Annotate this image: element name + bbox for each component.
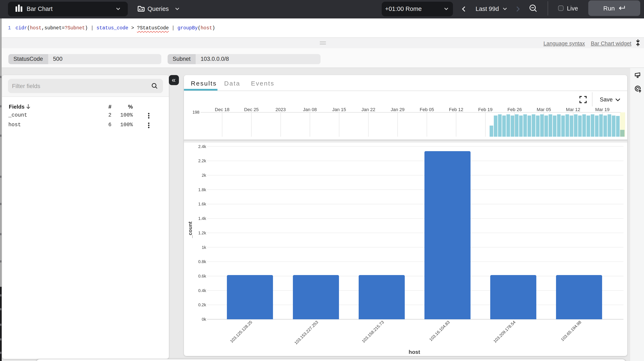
- svg-text:_count: _count: [187, 221, 193, 238]
- svg-text:103.209.178.54: 103.209.178.54: [492, 319, 516, 343]
- svg-text:1.4k: 1.4k: [198, 216, 206, 221]
- svg-text:2.2k: 2.2k: [198, 158, 206, 163]
- svg-text:2023: 2023: [275, 107, 286, 112]
- svg-text:Feb 19: Feb 19: [478, 107, 492, 112]
- svg-text:0.2k: 0.2k: [198, 302, 206, 307]
- svg-text:103.65.194.98: 103.65.194.98: [560, 319, 582, 342]
- svg-text:Mar 12: Mar 12: [566, 107, 580, 112]
- svg-text:Jan 22: Jan 22: [361, 107, 375, 112]
- svg-text:Jan 15: Jan 15: [332, 107, 346, 112]
- svg-text:103.153.227.253: 103.153.227.253: [293, 319, 319, 345]
- svg-text:Jan 29: Jan 29: [390, 107, 404, 112]
- svg-text:1.8k: 1.8k: [198, 187, 206, 192]
- svg-text:Feb 26: Feb 26: [507, 107, 522, 112]
- svg-text:1k: 1k: [202, 245, 206, 249]
- svg-text:Feb 12: Feb 12: [449, 107, 463, 112]
- svg-text:0.4k: 0.4k: [198, 288, 206, 293]
- svg-text:2.4k: 2.4k: [198, 144, 206, 149]
- svg-text:Mar 05: Mar 05: [536, 107, 551, 112]
- svg-text:host: host: [408, 349, 420, 355]
- svg-text:103.125.128.25: 103.125.128.25: [229, 319, 253, 343]
- svg-text:Dec 25: Dec 25: [244, 107, 258, 112]
- svg-text:Dec 18: Dec 18: [215, 107, 230, 112]
- svg-text:0k: 0k: [202, 317, 206, 321]
- svg-text:Jan 08: Jan 08: [303, 107, 316, 112]
- svg-text:0.8k: 0.8k: [198, 259, 206, 264]
- svg-text:0.6k: 0.6k: [198, 274, 206, 278]
- svg-text:Mar 19: Mar 19: [595, 107, 609, 112]
- svg-text:1.2k: 1.2k: [198, 230, 206, 235]
- svg-text:Feb 05: Feb 05: [420, 107, 434, 112]
- svg-text:2k: 2k: [202, 173, 206, 177]
- svg-text:1.6k: 1.6k: [198, 201, 206, 206]
- svg-text:198: 198: [192, 110, 199, 114]
- svg-text:103.16.104.83: 103.16.104.83: [428, 319, 450, 342]
- svg-text:103.158.215.73: 103.158.215.73: [361, 319, 385, 343]
